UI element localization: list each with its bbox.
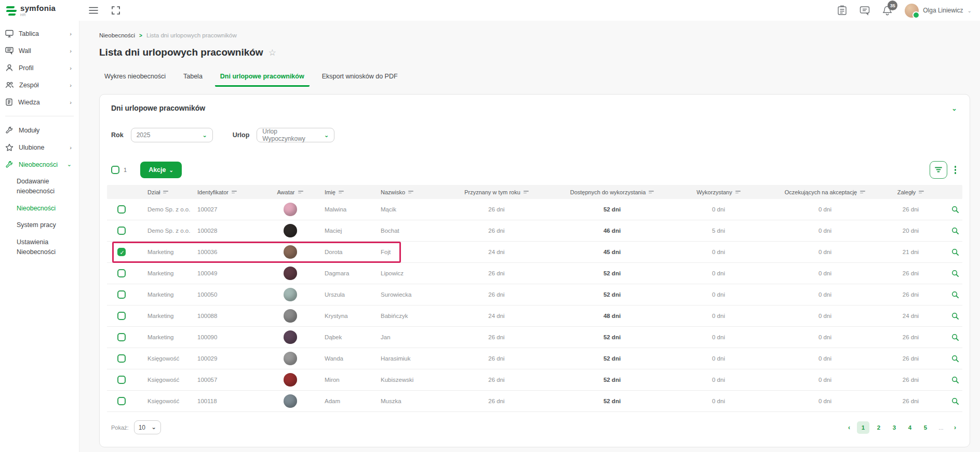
- row-checkbox[interactable]: [117, 227, 126, 235]
- cell-wykorzystany: 0 dni: [660, 291, 777, 298]
- column-header-1[interactable]: Dział: [136, 189, 190, 195]
- row-details-button[interactable]: [948, 312, 962, 320]
- row-details-button[interactable]: [948, 355, 962, 363]
- sidebar-subitem-system-pracy[interactable]: System pracy: [0, 217, 79, 234]
- messages-icon[interactable]: [860, 6, 870, 16]
- favorite-star-icon[interactable]: ☆: [269, 47, 276, 58]
- row-details-button[interactable]: [948, 248, 962, 256]
- column-header-2[interactable]: Identyfikator: [190, 189, 263, 195]
- page-button-3[interactable]: 3: [888, 421, 901, 434]
- employee-avatar: [284, 288, 297, 301]
- cell-wykorzystany: 0 dni: [660, 334, 777, 340]
- row-checkbox[interactable]: [117, 248, 126, 256]
- row-details-button[interactable]: [948, 206, 962, 214]
- urlop-select[interactable]: Urlop Wypoczynkowy ⌄: [257, 128, 334, 142]
- sort-icon[interactable]: [735, 191, 741, 193]
- select-all-checkbox[interactable]: [111, 166, 119, 174]
- akcje-button[interactable]: Akcje ⌄: [140, 162, 182, 178]
- cell-dzial: Marketing: [136, 249, 190, 255]
- sort-icon[interactable]: [523, 191, 529, 193]
- page-button-4[interactable]: 4: [904, 421, 916, 434]
- table-row: Księgowość100029WandaHarasimiuk26 dni52 …: [107, 348, 962, 369]
- row-checkbox-cell: [107, 227, 136, 235]
- collapse-panel-icon[interactable]: ⌄: [951, 104, 957, 112]
- pagination: ‹ 12345... ›: [846, 421, 958, 434]
- tasks-clipboard-icon[interactable]: [837, 5, 847, 16]
- pagination-ellipsis: ...: [935, 421, 947, 434]
- panel-card: Dni urlopowe pracowników ⌄ Rok 2025 ⌄ Ur…: [99, 94, 970, 447]
- cell-dzial: Księgowość: [136, 355, 190, 362]
- column-header-7[interactable]: Dostępnych do wykorzystania: [564, 189, 660, 195]
- sidebar-item-profil[interactable]: Profil ›: [0, 59, 79, 76]
- cell-zalegly: 24 dni: [873, 313, 948, 319]
- sort-icon[interactable]: [408, 191, 413, 193]
- prev-page-button[interactable]: ‹: [846, 424, 852, 431]
- cell-dzial: Marketing: [136, 313, 190, 319]
- column-header-10[interactable]: Zaległy: [873, 189, 948, 195]
- column-header-label: Awatar: [277, 189, 294, 195]
- table-row: Demo Sp. z o.o.100028MaciejBochat26 dni4…: [107, 220, 962, 242]
- sidebar-item-moduly[interactable]: Moduły: [0, 122, 79, 139]
- sort-icon[interactable]: [919, 191, 924, 193]
- row-checkbox[interactable]: [117, 290, 126, 299]
- row-details-button[interactable]: [948, 270, 962, 277]
- row-details-button[interactable]: [948, 397, 962, 405]
- column-header-4[interactable]: Imię: [317, 189, 369, 195]
- sidebar-item-tablica[interactable]: Tablica ›: [0, 25, 79, 42]
- employees-table: DziałIdentyfikatorAwatarImięNazwiskoPrzy…: [107, 185, 962, 412]
- cell-dostepnych: 52 dni: [564, 377, 660, 383]
- page-button-2[interactable]: 2: [872, 421, 885, 434]
- cell-przyznany: 26 dni: [429, 334, 564, 340]
- row-checkbox[interactable]: [117, 354, 126, 363]
- user-menu[interactable]: Olga Liniewicz ⌄: [905, 4, 972, 18]
- column-header-3[interactable]: Awatar: [263, 189, 317, 195]
- magnifier-icon: [951, 334, 959, 341]
- more-options-icon[interactable]: [952, 164, 959, 176]
- breadcrumb-parent[interactable]: Nieobecności: [99, 32, 135, 38]
- sort-icon[interactable]: [339, 191, 344, 193]
- sidebar-item-zespol[interactable]: Zespół ›: [0, 76, 79, 94]
- sidebar-subitem-nieobecnosci[interactable]: Nieobecności: [0, 200, 79, 217]
- hamburger-menu-button[interactable]: [89, 7, 98, 14]
- column-header-8[interactable]: Wykorzystany: [660, 189, 777, 195]
- app-logo[interactable]: symfonia HR: [0, 4, 79, 17]
- column-header-6[interactable]: Przyznany w tym roku: [429, 189, 564, 195]
- tab-tabela[interactable]: Tabela: [178, 70, 208, 87]
- row-details-button[interactable]: [948, 334, 962, 341]
- row-details-button[interactable]: [948, 227, 962, 235]
- sidebar-subitem-ustawienia-nieobecnosci[interactable]: Ustawienia Nieobecności: [0, 234, 79, 261]
- row-checkbox[interactable]: [117, 269, 126, 277]
- column-header-label: Dostępnych do wykorzystania: [570, 189, 646, 195]
- sidebar-item-wiedza[interactable]: Wiedza ›: [0, 94, 79, 111]
- page-button-1[interactable]: 1: [857, 421, 869, 434]
- filter-button[interactable]: [930, 161, 947, 179]
- sidebar-item-ulubione[interactable]: Ulubione ›: [0, 139, 79, 156]
- row-checkbox[interactable]: [117, 333, 126, 341]
- page-size-select[interactable]: 10 ⌄: [134, 420, 161, 434]
- notification-count-badge: 35: [888, 1, 897, 10]
- row-checkbox[interactable]: [117, 397, 126, 405]
- team-icon: [5, 81, 14, 89]
- column-header-5[interactable]: Nazwisko: [369, 189, 429, 195]
- row-checkbox[interactable]: [117, 312, 126, 320]
- sidebar-item-nieobecnosci[interactable]: Nieobecności ⌄: [0, 156, 79, 173]
- row-checkbox[interactable]: [117, 376, 126, 384]
- tab-dni-urlopowe-pracownikow[interactable]: Dni urlopowe pracowników: [215, 70, 310, 87]
- rok-select[interactable]: 2025 ⌄: [131, 128, 213, 142]
- next-page-button[interactable]: ›: [952, 424, 958, 431]
- page-button-5[interactable]: 5: [919, 421, 932, 434]
- row-details-button[interactable]: [948, 376, 962, 384]
- fullscreen-button[interactable]: [112, 6, 120, 15]
- sidebar-subitem-dodawanie-nieobecnosci[interactable]: Dodawanie nieobecności: [0, 173, 79, 200]
- sort-icon[interactable]: [232, 191, 237, 193]
- sort-icon[interactable]: [298, 191, 303, 193]
- tab-wykres-nieobecnosci[interactable]: Wykres nieobecności: [99, 70, 171, 87]
- sort-icon[interactable]: [860, 191, 865, 193]
- sidebar-item-wall[interactable]: Wall ›: [0, 42, 79, 59]
- tab-eksport-wnioskow-do-pdf[interactable]: Eksport wniosków do PDF: [317, 70, 403, 87]
- column-header-9[interactable]: Oczekujących na akceptację: [777, 189, 873, 195]
- row-checkbox[interactable]: [117, 205, 126, 214]
- sort-icon[interactable]: [163, 191, 168, 193]
- row-details-button[interactable]: [948, 291, 962, 299]
- sort-icon[interactable]: [649, 191, 654, 193]
